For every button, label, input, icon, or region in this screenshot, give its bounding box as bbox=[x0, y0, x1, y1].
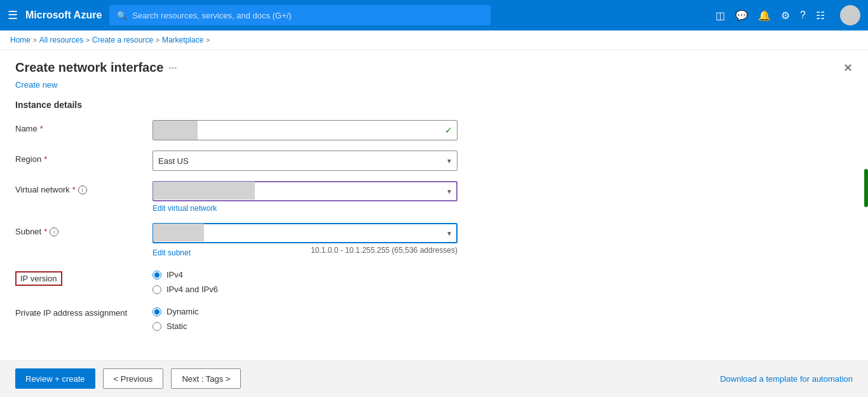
vnet-required: * bbox=[72, 185, 76, 194]
page-footer: Review + create < Previous Next : Tags >… bbox=[0, 360, 868, 396]
scrollbar-thumb bbox=[864, 169, 868, 207]
subnet-info-icon[interactable]: i bbox=[50, 227, 58, 236]
dynamic-option[interactable]: Dynamic bbox=[153, 307, 458, 316]
close-button[interactable]: ✕ bbox=[843, 61, 853, 75]
avatar[interactable] bbox=[840, 5, 860, 25]
brand-label: Microsoft Azure bbox=[25, 10, 102, 21]
page-title-ellipsis: ··· bbox=[168, 62, 177, 74]
cloud-shell-icon[interactable]: ◫ bbox=[715, 10, 725, 22]
name-placeholder-bg bbox=[153, 121, 198, 140]
page-header: Create network interface ··· ✕ bbox=[0, 50, 868, 80]
region-select-wrap: East US ▼ bbox=[153, 151, 458, 171]
section-instance-details: Instance details bbox=[15, 100, 853, 110]
ip-version-label-cell: IP version bbox=[15, 267, 142, 286]
vnet-row: Virtual network * i ▼ Edit virtual netwo… bbox=[15, 181, 853, 213]
portal-menu-icon[interactable]: ☷ bbox=[816, 10, 825, 22]
ip-version-radio-group: IPv4 IPv4 and IPv6 bbox=[153, 267, 458, 294]
search-bar[interactable]: 🔍 bbox=[109, 5, 491, 25]
previous-button[interactable]: < Previous bbox=[103, 368, 164, 389]
page-container: Create network interface ··· ✕ Create ne… bbox=[0, 50, 868, 396]
search-icon: 🔍 bbox=[117, 11, 127, 20]
ipv4ipv6-option[interactable]: IPv4 and IPv6 bbox=[153, 285, 458, 294]
page-title: Create network interface bbox=[15, 60, 163, 75]
static-radio[interactable] bbox=[153, 322, 161, 331]
name-required: * bbox=[40, 124, 43, 133]
breadcrumb-create-resource[interactable]: Create a resource bbox=[92, 36, 153, 44]
form-area: Create new Instance details Name * ✓ Reg… bbox=[0, 80, 868, 360]
search-input[interactable] bbox=[132, 11, 483, 20]
breadcrumb-marketplace[interactable]: Marketplace bbox=[162, 36, 203, 44]
download-template-link[interactable]: Download a template for automation bbox=[720, 374, 853, 384]
dynamic-radio[interactable] bbox=[153, 307, 161, 316]
private-ip-row: Private IP address assignment Dynamic St… bbox=[15, 304, 853, 331]
next-tags-button[interactable]: Next : Tags > bbox=[171, 368, 241, 389]
static-label: Static bbox=[166, 321, 187, 331]
region-field-wrap: East US ▼ bbox=[153, 151, 458, 171]
breadcrumb-home[interactable]: Home bbox=[10, 36, 31, 44]
vnet-info-icon[interactable]: i bbox=[78, 185, 87, 194]
help-icon[interactable]: ? bbox=[800, 10, 806, 21]
subnet-info-bar: Edit subnet 10.1.0.0 - 10.1.255.255 (65,… bbox=[153, 246, 458, 257]
breadcrumb-chevron3: > bbox=[156, 37, 159, 44]
region-row: Region * East US ▼ bbox=[15, 151, 853, 171]
create-new-link[interactable]: Create new bbox=[15, 80, 57, 90]
ipv4ipv6-radio[interactable] bbox=[153, 285, 161, 294]
name-input[interactable] bbox=[153, 120, 458, 140]
breadcrumb-chevron2: > bbox=[86, 37, 90, 44]
name-field-wrap: ✓ bbox=[153, 120, 458, 140]
name-valid-icon: ✓ bbox=[445, 125, 452, 135]
private-ip-radio-group: Dynamic Static bbox=[153, 304, 458, 331]
edit-subnet-link[interactable]: Edit subnet bbox=[153, 248, 191, 257]
region-required: * bbox=[44, 154, 47, 164]
ip-version-label: IP version bbox=[15, 271, 62, 286]
vnet-field-wrap: ▼ Edit virtual network bbox=[153, 181, 458, 213]
settings-icon[interactable]: ⚙ bbox=[781, 10, 790, 22]
review-create-button[interactable]: Review + create bbox=[15, 368, 95, 389]
subnet-required: * bbox=[44, 227, 47, 236]
ipv4ipv6-label: IPv4 and IPv6 bbox=[166, 285, 218, 294]
subnet-field-wrap: ▼ Edit subnet 10.1.0.0 - 10.1.255.255 (6… bbox=[153, 223, 458, 257]
ipv4-option[interactable]: IPv4 bbox=[153, 270, 458, 279]
notifications-icon[interactable]: 🔔 bbox=[758, 10, 771, 22]
ip-version-row: IP version IPv4 IPv4 and IPv6 bbox=[15, 267, 853, 294]
name-label: Name * bbox=[15, 120, 142, 133]
private-ip-field-wrap: Dynamic Static bbox=[153, 304, 458, 331]
static-option[interactable]: Static bbox=[153, 321, 458, 331]
name-row: Name * ✓ bbox=[15, 120, 853, 140]
breadcrumb: Home > All resources > Create a resource… bbox=[0, 30, 868, 50]
feedback-icon[interactable]: 💬 bbox=[735, 10, 748, 22]
subnet-label: Subnet * i bbox=[15, 223, 142, 236]
private-ip-label: Private IP address assignment bbox=[15, 304, 142, 318]
vnet-select-wrap: ▼ bbox=[153, 181, 458, 201]
name-input-container: ✓ bbox=[153, 120, 458, 140]
dynamic-label: Dynamic bbox=[166, 307, 199, 316]
region-select[interactable]: East US bbox=[153, 151, 458, 171]
subnet-select-wrap: ▼ bbox=[153, 223, 458, 243]
breadcrumb-chevron4: > bbox=[206, 37, 210, 44]
ipv4-radio[interactable] bbox=[153, 271, 161, 279]
vnet-label: Virtual network * i bbox=[15, 181, 142, 194]
subnet-row: Subnet * i ▼ Edit subnet 10.1.0.0 - 10.1… bbox=[15, 223, 853, 257]
subnet-range-text: 10.1.0.0 - 10.1.255.255 (65,536 addresse… bbox=[311, 246, 458, 257]
top-nav: ☰ Microsoft Azure 🔍 ◫ 💬 🔔 ⚙ ? ☷ bbox=[0, 0, 868, 30]
edit-vnet-link[interactable]: Edit virtual network bbox=[153, 204, 217, 213]
ipv4-label: IPv4 bbox=[166, 270, 183, 279]
breadcrumb-chevron: > bbox=[33, 37, 37, 44]
ip-version-field-wrap: IPv4 IPv4 and IPv6 bbox=[153, 267, 458, 294]
breadcrumb-all-resources[interactable]: All resources bbox=[39, 36, 83, 44]
hamburger-icon[interactable]: ☰ bbox=[8, 8, 18, 22]
nav-icons: ◫ 💬 🔔 ⚙ ? ☷ bbox=[715, 5, 860, 25]
region-label: Region * bbox=[15, 151, 142, 164]
